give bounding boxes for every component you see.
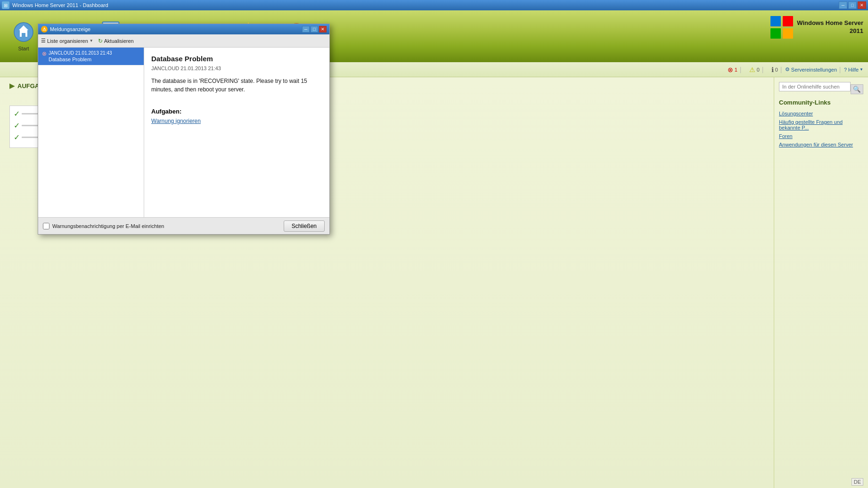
server-settings-button[interactable]: ⚙ Servereinstellungen	[785, 66, 837, 73]
whs-logo: Windows Home Server 2011	[770, 15, 863, 40]
error-icon: ⊗	[728, 66, 733, 73]
info-count: 0	[775, 67, 778, 73]
nav-start[interactable]: Start	[9, 20, 38, 52]
dialog-list: ⊗ JANCLOUD 21.01.2013 21:43 Database Pro…	[38, 48, 144, 217]
detail-body: The database is in 'RECOVERING' state. P…	[151, 77, 322, 94]
close-button[interactable]: ✕	[858, 1, 866, 9]
organize-dropdown-arrow: ▼	[90, 39, 93, 43]
list-item-error-icon: ⊗	[42, 50, 47, 57]
dialog-minimize-button[interactable]: ─	[302, 26, 310, 33]
svg-rect-29	[783, 16, 793, 26]
list-item-date: JANCLOUD 21.01.2013 21:43	[49, 50, 112, 56]
whs-title1: Windows Home Server	[797, 19, 863, 27]
window-controls: ─ □ ✕	[839, 1, 866, 9]
sidebar-link-faq[interactable]: Häufig gestellte Fragen und bekannte P..…	[779, 119, 863, 130]
start-icon	[12, 20, 35, 44]
right-sidebar: 🔍 Community-Links Lösungscenter Häufig g…	[774, 77, 868, 488]
sidebar-link-anwendungen[interactable]: Anwendungen für diesen Server	[779, 142, 863, 147]
error-count: 1	[735, 67, 737, 73]
dialog-window-controls: ─ □ ✕	[302, 26, 327, 33]
minimize-button[interactable]: ─	[839, 1, 847, 9]
dialog-toolbar: ☰ Liste organisieren ▼ ↻ Aktualisieren	[38, 34, 329, 48]
ignore-warning-link[interactable]: Warnung ignorieren	[151, 118, 201, 124]
meldungsanzeige-dialog: ⚠ Meldungsanzeige ─ □ ✕ ☰ Liste organisi…	[38, 24, 330, 235]
warning-count: 0	[757, 67, 760, 73]
dialog-maximize-button[interactable]: □	[311, 26, 318, 33]
window-title: Windows Home Server 2011 - Dashboard	[12, 2, 839, 8]
maximize-button[interactable]: □	[848, 1, 857, 9]
help-button[interactable]: ? Hilfe ▼	[844, 67, 863, 73]
warning-status[interactable]: ⚠ 0	[749, 66, 760, 73]
close-dialog-button[interactable]: Schließen	[284, 220, 325, 232]
refresh-icon: ↻	[98, 38, 103, 44]
dialog-footer: Warnungsbenachrichtigung per E-Mail einr…	[38, 217, 329, 234]
dialog-title: Meldungsanzeige	[50, 26, 302, 32]
search-icon: 🔍	[853, 86, 861, 93]
dialog-body: ⊗ JANCLOUD 21.01.2013 21:43 Database Pro…	[38, 48, 329, 217]
sidebar-link-foren[interactable]: Foren	[779, 133, 863, 139]
app-icon: ⊞	[2, 1, 9, 9]
svg-rect-30	[770, 28, 781, 39]
dialog-title-icon: ⚠	[41, 26, 48, 33]
whs-title2: 2011	[797, 27, 863, 35]
title-bar: ⊞ Windows Home Server 2011 - Dashboard ─…	[0, 0, 868, 10]
email-notification-label: Warnungsbenachrichtigung per E-Mail einr…	[52, 223, 164, 229]
organize-icon: ☰	[41, 38, 46, 44]
locale-badge: DE	[852, 478, 863, 486]
search-button[interactable]: 🔍	[851, 84, 863, 94]
organize-list-button[interactable]: ☰ Liste organisieren ▼	[41, 38, 93, 44]
list-item-name: Database Problem	[49, 56, 112, 63]
svg-rect-3	[22, 33, 25, 37]
list-item-database-problem[interactable]: ⊗ JANCLOUD 21.01.2013 21:43 Database Pro…	[38, 48, 144, 65]
dialog-titlebar: ⚠ Meldungsanzeige ─ □ ✕	[38, 24, 329, 34]
help-icon: ?	[844, 67, 847, 73]
gear-icon: ⚙	[785, 66, 790, 73]
info-icon: ℹ	[771, 66, 774, 73]
start-label: Start	[18, 46, 29, 52]
community-links-title: Community-Links	[779, 99, 863, 106]
dialog-close-button[interactable]: ✕	[319, 26, 327, 33]
refresh-button[interactable]: ↻ Aktualisieren	[98, 38, 134, 44]
svg-rect-31	[783, 28, 793, 39]
dialog-detail: Database Problem JANCLOUD 21.01.2013 21:…	[144, 48, 329, 217]
detail-tasks-label: Aufgaben:	[151, 108, 322, 115]
detail-date: JANCLOUD 21.01.2013 21:43	[151, 65, 322, 71]
warning-icon: ⚠	[749, 66, 755, 73]
info-status[interactable]: ℹ 0	[771, 66, 778, 73]
detail-title: Database Problem	[151, 55, 322, 63]
section1-arrow: ▶	[9, 82, 15, 89]
help-dropdown-arrow: ▼	[860, 67, 863, 72]
search-input[interactable]	[779, 82, 851, 91]
error-status[interactable]: ⊗ 1	[728, 66, 737, 73]
sidebar-link-losungscenter[interactable]: Lösungscenter	[779, 111, 863, 116]
email-notification-checkbox[interactable]	[43, 223, 49, 229]
svg-rect-28	[770, 16, 781, 26]
